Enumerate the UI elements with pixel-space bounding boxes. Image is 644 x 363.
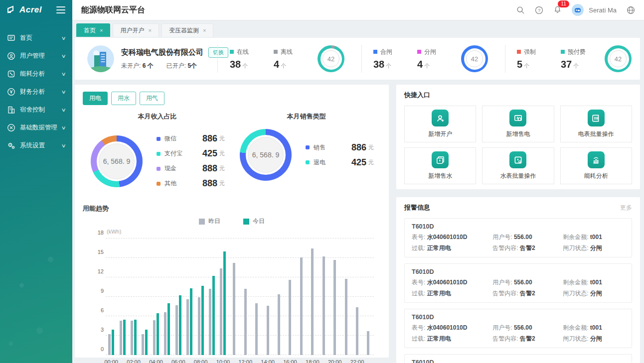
legend-value: 425 [190, 148, 217, 159]
legend-value: 888 [190, 163, 217, 174]
utility-pill-用气[interactable]: 用气 [140, 92, 164, 105]
alarm-field-value: 分闸 [590, 290, 602, 297]
pie-center-value: 6, 568. 9 [99, 143, 135, 179]
alarm-field-label: 过载: [412, 335, 425, 342]
alarm-field-label: 闸刀状态: [563, 335, 588, 342]
x-tick-label: 18:00 [306, 359, 320, 363]
bar-today [134, 320, 137, 356]
legend-square-icon [199, 219, 205, 225]
alarm-field-value: 水040601010D [427, 234, 468, 241]
quick-entry-水表批量操作[interactable]: 水表批量操作 [482, 147, 554, 184]
help-icon[interactable]: ? [535, 6, 543, 14]
alarm-item-4[interactable]: T6010D表号: 水040601010D用户号: 556.00剩余金额: t0… [404, 354, 632, 363]
sidebar-item-3[interactable]: 能耗分析∨ [0, 65, 72, 83]
x-tick-label: 00:00 [104, 359, 118, 363]
alarm-item-3[interactable]: T6010D表号: 水040601010D用户号: 556.00剩余金额: t0… [404, 309, 632, 348]
svg-text:?: ? [538, 7, 540, 12]
globe-icon[interactable] [627, 6, 635, 14]
legend-name: 支付宝 [164, 149, 190, 158]
search-icon[interactable] [516, 6, 525, 14]
alarm-field: 表号: 水040601010D [412, 278, 492, 287]
alarm-field-label: 剩余金额: [563, 324, 588, 331]
legend-square-icon [230, 50, 234, 54]
quick-entry-label: 电表批量操作 [578, 130, 614, 138]
bar-today [157, 313, 159, 356]
alarm-field-value: 水040601010D [427, 279, 468, 286]
tab-close-icon[interactable]: × [148, 27, 151, 33]
bar-group-09:00 [206, 239, 217, 355]
sidebar-item-7[interactable]: 系统设置∨ [0, 136, 72, 154]
quick-entry-能耗分析[interactable]: 能耗分析 [560, 147, 632, 184]
bar-group-13:00 [251, 239, 262, 355]
tab-close-icon[interactable]: × [100, 27, 103, 33]
sidebar-item-1[interactable]: 首页∨ [0, 29, 72, 47]
alarm-item-1[interactable]: T6010D表号: 水040601010D用户号: 556.00剩余金额: t0… [404, 218, 632, 257]
alarm-more-link[interactable]: 更多 [620, 204, 632, 212]
bar-group-16:00: 16:00 [285, 239, 296, 355]
username[interactable]: Serati Ma [589, 6, 617, 14]
bar-group-14:00: 14:00 [262, 239, 273, 355]
bar-group-06:00: 06:00 [173, 239, 184, 355]
alarm-field: 闸刀状态: 分闸 [563, 244, 625, 252]
bar-yesterday [198, 297, 200, 355]
menu-toggle-icon[interactable] [56, 4, 65, 15]
alarm-field-value: 告警2 [520, 290, 535, 297]
sidebar-item-label: 财务分析 [20, 88, 62, 96]
quick-entry-新增开户[interactable]: 新增开户 [404, 106, 476, 142]
utility-pill-用水[interactable]: 用水 [111, 92, 136, 105]
quick-entry-新增售水[interactable]: 新增售水 [404, 147, 476, 184]
quick-entry-label: 能耗分析 [584, 172, 608, 180]
alarm-field: 用户号: 556.00 [492, 324, 563, 332]
sidebar-item-4[interactable]: 财务分析∨ [0, 83, 72, 101]
tab-3[interactable]: 变压器监测× [161, 23, 213, 37]
sidebar-item-2[interactable]: 用户管理∨ [0, 47, 72, 65]
bar-yesterday [322, 256, 325, 355]
tab-close-icon[interactable]: × [203, 27, 206, 33]
alarm-field: 过载: 正常用电 [412, 244, 492, 252]
utility-pill-用电[interactable]: 用电 [83, 92, 108, 105]
alarm-field: 表号: 水040601010D [412, 324, 492, 332]
alarm-field-label: 用户号: [492, 279, 512, 286]
base-data-icon [7, 123, 15, 132]
sidebar-item-5[interactable]: 宿舍控制∨ [0, 101, 72, 119]
opened-count: 已开户: 5个 [166, 62, 197, 70]
x-tick-label: 12:00 [239, 359, 253, 363]
legend-item: 现金888元 [157, 163, 225, 174]
legend-item: 微信886元 [157, 133, 225, 144]
x-tick-label: 20:00 [328, 359, 342, 363]
quick-entry-label: 水表批量操作 [500, 172, 536, 180]
tab-1[interactable]: 首页× [76, 23, 110, 37]
alarm-fields: 表号: 水040601010D用户号: 556.00剩余金额: t001过载: … [412, 278, 625, 298]
alarm-field-label: 用户号: [492, 234, 512, 241]
page-title: 能源物联网云平台 [81, 5, 516, 15]
x-tick-label: 16:00 [283, 359, 297, 363]
y-axis-unit-label: (kWh) [107, 229, 121, 235]
stat-unit: 个 [573, 63, 579, 69]
legend-name: 现金 [164, 164, 190, 173]
quick-entry-新增售电[interactable]: 新增售电 [482, 106, 554, 142]
device-count-donut: 42 [318, 45, 344, 72]
alarm-item-2[interactable]: T6010D表号: 水040601010D用户号: 556.00剩余金额: t0… [404, 263, 632, 303]
y-tick-label: 9 [94, 288, 104, 294]
y-tick-label: 3 [94, 327, 104, 333]
alarm-field-value: 分闸 [590, 244, 602, 251]
alarm-field-value: 556.00 [514, 279, 532, 286]
alarm-field-label: 过载: [412, 244, 425, 251]
sidebar-item-label: 首页 [20, 34, 62, 42]
stat-section-2: 合闸38个分闸4个42 [361, 38, 505, 80]
notifications-button[interactable]: 11 [553, 5, 562, 15]
tab-2[interactable]: 用户开户× [113, 23, 159, 37]
alarm-field-value: t001 [590, 324, 602, 331]
pie-donut: 6, 568. 9 [240, 129, 292, 181]
chevron-down-icon: ∨ [61, 53, 66, 59]
bar-group-21:00 [340, 239, 351, 355]
stat-value: 4个 [417, 59, 461, 70]
bar-yesterday [175, 305, 178, 355]
quick-entry-电表批量操作[interactable]: 电表批量操作 [560, 106, 632, 142]
alarm-field-label: 过载: [412, 290, 425, 297]
avatar[interactable] [572, 4, 584, 16]
legend-item: 其他888元 [157, 178, 225, 189]
pie-chart-1: 本月收入占比6, 568. 9微信886元支付宝425元现金888元其他888元 [83, 112, 232, 193]
sidebar-item-6[interactable]: 基础数据管理∨ [0, 119, 72, 136]
y-tick-label: 18 [94, 230, 104, 236]
